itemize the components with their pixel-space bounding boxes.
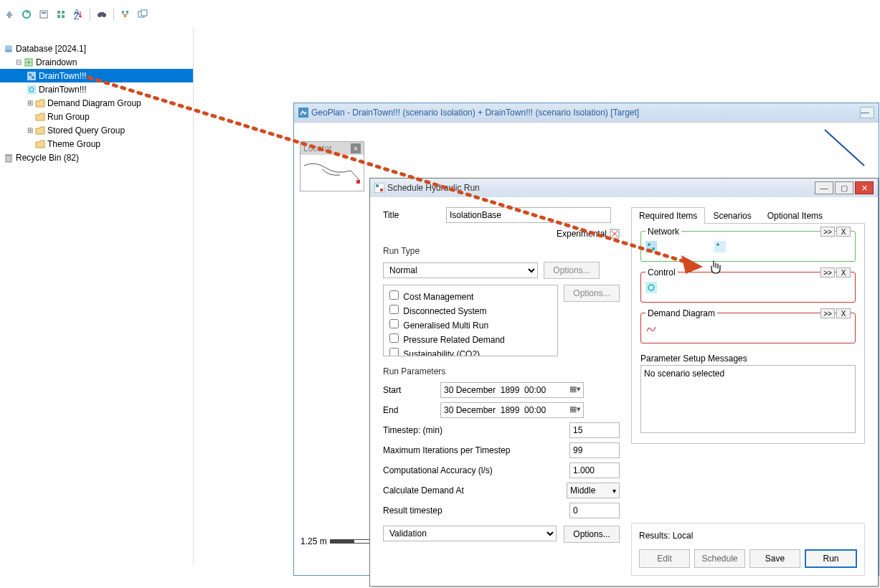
tree-theme-group[interactable]: Theme Group (0, 137, 193, 151)
tab-optional[interactable]: Optional Items (760, 207, 831, 224)
folder-demand-icon (34, 98, 46, 109)
end-label: End (383, 405, 440, 415)
calendar-icon[interactable]: ▦▾ (569, 384, 581, 394)
tree-run-group[interactable]: Run Group (0, 110, 193, 123)
tabs: Required Items Scenarios Optional Items (631, 207, 865, 224)
tree-recycle[interactable]: Recycle Bin (82) (0, 151, 193, 164)
resultts-label: Result timestep (383, 506, 526, 516)
edit-button[interactable]: Edit (639, 549, 690, 568)
tree-root[interactable]: Database [2024.1] (0, 42, 193, 55)
resultts-input[interactable] (569, 503, 620, 518)
network-ghost-icon (714, 241, 726, 252)
toolbar-separator-2 (113, 8, 114, 21)
end-input[interactable] (440, 402, 584, 418)
expand-icon-2[interactable]: ⊞ (26, 126, 34, 134)
tree-draindown[interactable]: ⊟ Draindown (0, 55, 193, 69)
experimental-flag-icon[interactable] (610, 229, 620, 239)
maxit-label: Maximum Iterations per Timestep (383, 445, 526, 455)
check-pressure[interactable]: Pressure Related Demand (387, 331, 554, 346)
network-icon (26, 70, 37, 82)
demand-drop-icon (645, 323, 657, 334)
tree-panel: Database [2024.1] ⊟ Draindown DrainTown!… (0, 27, 194, 565)
timestep-input[interactable] (569, 422, 620, 438)
save-button[interactable]: Save (749, 549, 800, 568)
dropzone-control[interactable]: Control >>X (640, 272, 856, 303)
toolbar-tree-icon[interactable] (119, 8, 132, 21)
tree-draintown2[interactable]: DrainTown!!! (0, 82, 193, 96)
svg-rect-16 (141, 10, 147, 16)
messages-box: No scenario selected (640, 365, 856, 433)
maxit-input[interactable] (569, 442, 620, 458)
calcdemand-select[interactable]: Middle (567, 483, 620, 498)
check-cost-label: Cost Management (403, 292, 473, 302)
run-type-select[interactable]: Normal (383, 262, 538, 278)
tree-root-label: Database [2024.1] (16, 44, 86, 54)
toolbar-separator (90, 8, 90, 21)
dz-network-expand[interactable]: >> (820, 227, 835, 237)
tree-draintown2-label: DrainTown!!! (39, 85, 87, 95)
toolbar-sort-icon[interactable]: AZ (72, 8, 85, 21)
toolbar-properties-icon[interactable] (37, 8, 50, 21)
locator-close[interactable]: × (351, 143, 361, 153)
run-type-options-button[interactable]: Options... (544, 262, 600, 279)
toolbar: AZ (3, 6, 149, 23)
geoplan-titlebar[interactable]: GeoPlan - DrainTown!!! (scenario Isolati… (294, 103, 879, 122)
dialog-app-icon (374, 183, 384, 193)
tree-demand-group[interactable]: ⊞ Demand Diagram Group (0, 96, 193, 110)
title-label: Title (383, 210, 446, 220)
messages-text: No scenario selected (644, 369, 724, 379)
check-disconnected[interactable]: Disconnected System (387, 303, 554, 317)
dz-demand-expand[interactable]: >> (820, 308, 835, 318)
dropzone-demand[interactable]: Demand Diagram >>X (640, 313, 856, 343)
validation-select[interactable]: Validation (383, 526, 557, 541)
geoplan-app-icon (298, 108, 308, 118)
dialog-titlebar[interactable]: Schedule Hydraulic Run — ▢ ✕ (370, 179, 878, 197)
tree-stored-query[interactable]: ⊞ Stored Query Group (0, 123, 193, 137)
accuracy-input[interactable] (569, 463, 620, 478)
recycle-bin-icon (3, 152, 14, 163)
toolbar-grid-icon[interactable] (55, 8, 67, 21)
geoplan-minimize[interactable]: — (860, 107, 874, 118)
toolbar-windows-icon[interactable] (136, 8, 149, 21)
results-panel: Results: Local Edit Schedule Save Run (631, 523, 865, 576)
check-generalised[interactable]: Generalised Multi Run (387, 317, 554, 331)
network-group-icon (23, 57, 34, 68)
title-input[interactable] (446, 207, 611, 223)
checklist-options-button[interactable]: Options... (564, 285, 620, 302)
start-input[interactable] (440, 382, 584, 398)
toolbar-binoculars-icon[interactable] (95, 8, 108, 21)
tab-required[interactable]: Required Items (631, 207, 705, 224)
run-button[interactable]: Run (805, 549, 857, 568)
dz-demand-clear[interactable]: X (836, 308, 851, 318)
dialog-minimize[interactable]: — (815, 181, 833, 194)
tree-draindown-label: Draindown (36, 57, 77, 67)
dialog-close[interactable]: ✕ (855, 181, 874, 194)
svg-point-37 (648, 243, 650, 246)
database-icon (3, 43, 14, 54)
svg-rect-31 (356, 180, 360, 184)
collapse-icon[interactable]: ⊟ (14, 58, 23, 66)
dropzone-network[interactable]: Network >>X (640, 231, 856, 262)
calendar-icon-2[interactable]: ▦▾ (569, 404, 581, 414)
network-drop-icon (645, 241, 657, 252)
toolbar-up-icon[interactable] (3, 8, 16, 21)
dz-network-title: Network (645, 227, 681, 237)
dz-network-clear[interactable]: X (836, 227, 851, 237)
expand-icon[interactable]: ⊞ (26, 99, 34, 107)
schedule-run-dialog: Schedule Hydraulic Run — ▢ ✕ Title Exper… (369, 178, 879, 587)
tab-scenarios[interactable]: Scenarios (705, 207, 759, 224)
dz-control-expand[interactable]: >> (820, 267, 835, 278)
toolbar-refresh-icon[interactable] (20, 8, 33, 21)
tree-draintown1[interactable]: DrainTown!!! (0, 69, 193, 82)
folder-theme-icon (34, 138, 46, 150)
validation-options-button[interactable]: Options... (564, 526, 620, 543)
check-cost[interactable]: Cost Management (387, 288, 554, 303)
check-sustainability[interactable]: Sustainability (CO2) (387, 346, 554, 356)
geoplan-title: GeoPlan - DrainTown!!! (scenario Isolati… (311, 108, 639, 118)
dialog-maximize[interactable]: ▢ (835, 181, 853, 194)
locator-panel[interactable]: Locator× (300, 141, 364, 191)
schedule-button[interactable]: Schedule (694, 549, 745, 568)
dz-control-clear[interactable]: X (836, 267, 851, 278)
tree-stored-query-label: Stored Query Group (47, 125, 125, 136)
check-disc-label: Disconnected System (403, 306, 486, 316)
